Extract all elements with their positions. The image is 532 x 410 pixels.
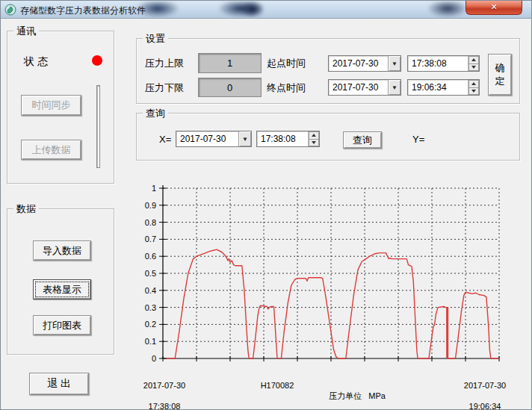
end-time-label: 终点时间 [267,81,306,95]
dropdown-arrow-icon[interactable]: ▼ [388,80,400,95]
end-date-combobox[interactable]: 2017-07-30 ▼ [328,79,401,96]
query-date-value: 2017-07-30 [176,134,238,144]
titlebar[interactable]: 存储型数字压力表数据分析软件 ✕ [1,1,532,19]
spinner-down-icon[interactable] [468,88,479,96]
start-time-label: 起点时间 [267,57,306,70]
svg-text:0.6: 0.6 [145,252,156,261]
status-indicator [92,55,102,66]
comm-group-title: 通讯 [13,25,39,38]
settings-group: 设置 压力上限 1 起点时间 2017-07-30 ▼ 17:38:08 压力下… [136,38,520,104]
svg-text:0.2: 0.2 [145,320,156,329]
chart-start-datetime: 2017-07-30 17:38:08 [127,370,202,410]
settings-group-title: 设置 [143,32,168,46]
svg-text:0.8: 0.8 [145,218,156,227]
end-time-spinner[interactable]: 19:06:34 [407,79,480,96]
data-group-title: 数据 [13,202,39,216]
pressure-line-chart: 00.10.20.30.40.50.60.70.80.91 [137,182,520,363]
pressure-lower-value: 0 [198,78,262,97]
titlebar-glass-artifact [428,1,467,17]
spinner-down-icon[interactable] [468,64,479,72]
svg-text:0.1: 0.1 [145,337,156,346]
svg-text:0.9: 0.9 [145,201,156,210]
svg-text:0.7: 0.7 [145,234,156,243]
spinner-up-icon[interactable] [309,131,319,140]
table-display-button[interactable]: 表格显示 [33,279,91,299]
import-data-button[interactable]: 导入数据 [33,240,91,261]
svg-text:0.3: 0.3 [145,303,156,312]
time-sync-button[interactable]: 时间同步 [21,95,81,116]
exit-button[interactable]: 退 出 [29,373,89,395]
query-group-title: 查询 [143,107,168,120]
query-y-label: Y= [412,134,424,145]
pressure-upper-label: 压力上限 [145,57,184,70]
dropdown-arrow-icon[interactable]: ▼ [238,131,251,146]
svg-text:0.5: 0.5 [145,269,156,278]
query-x-label: X= [159,134,171,145]
query-time-value: 17:38:08 [257,134,308,144]
comm-group: 通讯 状 态 时间同步 上传数据 [7,31,114,184]
spinner-down-icon[interactable] [309,140,319,147]
app-icon [4,4,16,16]
print-chart-button[interactable]: 打印图表 [33,315,91,335]
svg-text:1: 1 [152,184,156,193]
spinner-up-icon[interactable] [468,56,479,64]
start-date-value: 2017-07-30 [329,58,388,69]
svg-text:0.4: 0.4 [145,286,156,295]
comm-progress-bar [96,85,100,168]
query-date-combobox[interactable]: 2017-07-30 ▼ [176,131,252,147]
close-button[interactable]: ✕ [466,1,522,15]
chart-unit: 压力单位 MPa [309,370,406,401]
end-date-value: 2017-07-30 [329,82,388,93]
upload-data-button[interactable]: 上传数据 [21,140,81,160]
status-label: 状 态 [24,55,48,69]
confirm-button[interactable]: 确定 [488,54,512,96]
start-time-value: 17:38:08 [408,58,468,69]
app-window: 存储型数字压力表数据分析软件 ✕ 通讯 状 态 时间同步 上传数据 设置 压力上… [0,0,532,410]
pressure-lower-label: 压力下限 [145,81,184,95]
query-button[interactable]: 查询 [343,131,382,149]
start-time-spinner[interactable]: 17:38:08 [407,55,480,72]
pressure-upper-value: 1 [198,53,262,73]
query-time-spinner[interactable]: 17:38:08 [256,131,320,147]
query-group: 查询 X= 2017-07-30 ▼ 17:38:08 查询 Y= [136,113,520,161]
data-group: 数据 导入数据 表格显示 打印图表 [7,208,114,355]
dropdown-arrow-icon[interactable]: ▼ [388,56,400,71]
titlebar-glass-artifact [241,1,264,17]
spinner-up-icon[interactable] [468,80,479,88]
chart-device-id: H170082 [240,370,315,391]
chart-end-datetime: 2017-07-30 19:06:34 [448,370,522,410]
svg-text:0: 0 [152,354,156,363]
end-time-value: 19:06:34 [408,82,468,93]
window-title: 存储型数字压力表数据分析软件 [20,4,146,17]
start-date-combobox[interactable]: 2017-07-30 ▼ [328,55,401,72]
